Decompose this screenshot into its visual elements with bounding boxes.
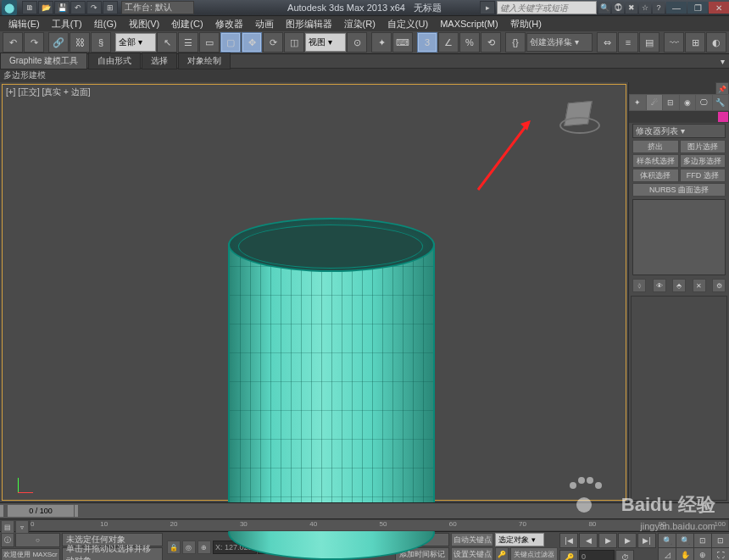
stack-unique-icon[interactable]: ⬘: [672, 279, 686, 292]
panel-tab-hierarchy[interactable]: ⊟: [663, 95, 679, 110]
current-frame-input[interactable]: [579, 550, 615, 560]
select-region-button[interactable]: ▭: [199, 32, 220, 53]
minimize-button[interactable]: —: [666, 2, 687, 14]
ribbon-expand-icon[interactable]: ▾: [715, 57, 729, 66]
timeline-lbracket-icon[interactable]: [0, 505, 3, 517]
transform-mode-icon[interactable]: ⊕: [198, 541, 211, 554]
stack-show-icon[interactable]: 👁: [653, 279, 666, 292]
zoom-button[interactable]: 🔍: [658, 533, 676, 548]
qat-project-icon[interactable]: ⊞: [103, 1, 118, 14]
select-name-button[interactable]: ☰: [178, 32, 198, 53]
percent-snap-button[interactable]: %: [459, 32, 480, 53]
viewport-label[interactable]: [+] [正交] [真实 + 边面]: [6, 86, 90, 98]
menu-customize[interactable]: 自定义(U): [382, 16, 433, 32]
menu-help[interactable]: 帮助(H): [505, 16, 547, 32]
time-config-button[interactable]: ⏱: [615, 550, 634, 560]
zoom-extents-all-button[interactable]: ⊡: [711, 533, 729, 548]
stack-remove-icon[interactable]: ✕: [693, 279, 706, 292]
setkey-button[interactable]: 设置关键点: [451, 547, 493, 560]
pivot-button[interactable]: ⊙: [347, 32, 367, 53]
mod-btn-nurbs-sel[interactable]: NURBS 曲面选择: [632, 183, 726, 197]
zoom-all-button[interactable]: 🔍: [676, 533, 694, 548]
named-set-drop[interactable]: 创建选择集 ▾: [526, 33, 593, 52]
tab-selection[interactable]: 选择: [142, 53, 177, 69]
angle-snap-button[interactable]: ∠: [438, 32, 459, 53]
panel-tab-motion[interactable]: ◉: [680, 95, 696, 110]
rollout-area[interactable]: [631, 296, 727, 501]
material-editor-button[interactable]: ◐: [706, 32, 726, 53]
keymode-button[interactable]: ⌨: [392, 32, 413, 53]
next-frame-button[interactable]: ▶: [618, 533, 637, 548]
edit-set-button[interactable]: {}: [505, 32, 526, 53]
select-rotate-button[interactable]: ⟳: [263, 32, 283, 53]
qat-undo-icon[interactable]: ↶: [70, 1, 86, 14]
caption-expand-icon[interactable]: ▸: [480, 1, 495, 14]
mod-btn-extrude[interactable]: 挤出: [632, 140, 679, 153]
lock-selection-icon[interactable]: 🔒: [167, 541, 181, 554]
close-button[interactable]: ✕: [709, 2, 729, 14]
panel-tab-utilities[interactable]: 🔧: [713, 95, 729, 110]
script-toggle-icon[interactable]: ⓘ: [1, 533, 14, 547]
cylinder-object[interactable]: [221, 216, 442, 551]
app-icon[interactable]: ⬤: [2, 0, 17, 15]
subscription-icon[interactable]: ⓵: [612, 2, 624, 14]
tab-graphite[interactable]: Graphite 建模工具: [0, 53, 87, 69]
viewport[interactable]: [+] [正交] [真实 + 边面]: [0, 82, 629, 502]
mirror-button[interactable]: ⇔: [597, 32, 617, 53]
qat-open-icon[interactable]: 📂: [38, 1, 53, 14]
timeline-rbracket-icon[interactable]: [75, 505, 78, 517]
play-button[interactable]: ▶: [598, 533, 617, 548]
bind-button[interactable]: §: [91, 32, 111, 53]
autokey-button[interactable]: 自动关键点: [451, 533, 493, 546]
mod-btn-ffd-sel[interactable]: FFD 选择: [680, 169, 726, 182]
menu-modifiers[interactable]: 修改器: [210, 16, 248, 32]
mod-btn-vol-sel[interactable]: 体积选择: [632, 169, 679, 182]
spinner-snap-button[interactable]: ⟲: [481, 32, 501, 53]
keymode-drop[interactable]: 选定对象 ▾: [495, 533, 544, 546]
viewcube[interactable]: [559, 95, 600, 136]
fov-button[interactable]: ◿: [658, 547, 676, 560]
menu-maxscript[interactable]: MAXScript(M): [435, 17, 503, 30]
modifier-stack[interactable]: [632, 199, 726, 275]
panel-tab-create[interactable]: ✦: [630, 95, 646, 110]
menu-edit[interactable]: 编辑(E): [3, 16, 45, 32]
exchange-icon[interactable]: ✖: [626, 2, 637, 14]
isolate-icon[interactable]: ◎: [182, 541, 196, 554]
menu-view[interactable]: 视图(V): [124, 16, 165, 32]
panel-tab-display[interactable]: 🖵: [696, 95, 712, 110]
tab-freeform[interactable]: 自由形式: [88, 53, 141, 69]
undo-button[interactable]: ↶: [3, 32, 23, 53]
goto-end-button[interactable]: ▶|: [637, 533, 656, 548]
menu-create[interactable]: 创建(C): [166, 16, 208, 32]
menu-grapheditors[interactable]: 图形编辑器: [281, 16, 337, 32]
key-filter-button[interactable]: 关键点过滤器: [510, 547, 558, 560]
stack-config-icon[interactable]: ⚙: [712, 279, 726, 292]
search-input[interactable]: [497, 1, 597, 14]
menu-tools[interactable]: 工具(T): [47, 16, 87, 32]
menu-group[interactable]: 组(G): [89, 16, 122, 32]
qat-save-icon[interactable]: 💾: [54, 1, 70, 14]
select-scale-button[interactable]: ◫: [284, 32, 304, 53]
mod-btn-spline-sel[interactable]: 样条线选择: [632, 154, 679, 168]
unlink-button[interactable]: ⛓: [70, 32, 90, 53]
track-ruler[interactable]: 0 10 20 30 40 50 60 70 80 90 100: [31, 520, 728, 530]
ref-coord-drop[interactable]: 视图 ▾: [305, 33, 346, 52]
mod-btn-image-sel[interactable]: 图片选择: [680, 140, 726, 153]
schematic-button[interactable]: ⊞: [685, 32, 705, 53]
favorite-icon[interactable]: ☆: [639, 2, 651, 14]
zoom-extents-button[interactable]: ⊡: [693, 533, 712, 548]
workspace-drop[interactable]: 工作台: 默认: [121, 1, 194, 14]
tab-objectpaint[interactable]: 对象绘制: [178, 53, 231, 69]
script-rec-icon[interactable]: ○: [15, 533, 60, 547]
prev-frame-button[interactable]: ◀: [579, 533, 598, 548]
qat-redo-icon[interactable]: ↷: [86, 1, 102, 14]
panel-tab-modify[interactable]: ☄: [647, 95, 663, 110]
maximize-button[interactable]: ❐: [687, 2, 708, 14]
goto-start-button[interactable]: |◀: [559, 533, 578, 548]
qat-new-icon[interactable]: 🗎: [22, 1, 37, 14]
redo-button[interactable]: ↷: [24, 32, 44, 53]
trackbar-open-icon[interactable]: ▤: [1, 520, 14, 534]
time-slider[interactable]: 0 / 100: [7, 504, 75, 518]
window-crossing-button[interactable]: ▢: [220, 32, 241, 53]
maximize-viewport-button[interactable]: ⛶: [711, 547, 729, 560]
